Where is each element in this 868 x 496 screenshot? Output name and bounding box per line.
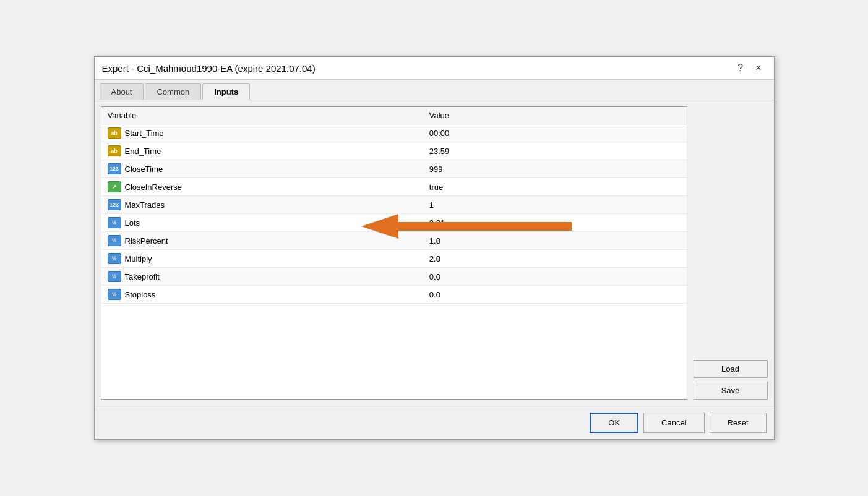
variable-name: Start_Time <box>125 129 164 138</box>
table-row[interactable]: abEnd_Time23:59 <box>101 142 687 160</box>
variable-cell: 123CloseTime <box>101 160 423 178</box>
tab-common[interactable]: Common <box>145 83 201 100</box>
content-area: Variable Value abStart_Time00:00abEnd_Ti… <box>95 100 774 406</box>
variable-cell: ½Takeprofit <box>101 268 423 286</box>
type-icon-123: 123 <box>108 199 121 210</box>
title-area: Expert - Cci_Mahmoud1990-EA (expire 2021… <box>102 63 316 74</box>
save-button[interactable]: Save <box>694 382 768 400</box>
variable-cell: ½RiskPercent <box>101 232 423 250</box>
variable-name: End_Time <box>125 147 161 156</box>
type-icon-123: 123 <box>108 163 121 174</box>
variable-name: Stoploss <box>125 290 156 299</box>
variable-cell: ½Stoploss <box>101 286 423 304</box>
type-icon-v2: ½ <box>108 235 121 246</box>
value-cell: 23:59 <box>423 142 687 160</box>
ok-button[interactable]: OK <box>590 413 638 433</box>
variable-name: Lots <box>125 218 140 228</box>
table-row[interactable]: ½Stoploss0.0 <box>101 286 687 304</box>
table-row[interactable]: ½RiskPercent1.0 <box>101 232 687 250</box>
variable-cell: 123MaxTrades <box>101 196 423 214</box>
type-icon-v2: ½ <box>108 271 121 282</box>
value-cell: 0.01 <box>423 214 687 232</box>
help-button[interactable]: ? <box>733 62 748 74</box>
variable-name: MaxTrades <box>125 200 165 210</box>
cancel-button[interactable]: Cancel <box>643 413 704 433</box>
value-cell: 0.0 <box>423 286 687 304</box>
close-button[interactable]: × <box>750 62 766 74</box>
variable-name: RiskPercent <box>125 236 168 246</box>
side-buttons: Load Save <box>694 106 768 400</box>
window-title: Expert - Cci_Mahmoud1990-EA (expire 2021… <box>102 63 316 74</box>
variable-cell: abStart_Time <box>101 124 423 142</box>
table-row[interactable]: 123CloseTime999 <box>101 160 687 178</box>
table-row[interactable]: ↗CloseInReversetrue <box>101 178 687 196</box>
variable-name: CloseInReverse <box>125 182 183 192</box>
value-cell: 2.0 <box>423 250 687 268</box>
type-icon-ab: ab <box>108 145 121 156</box>
variable-cell: ↗CloseInReverse <box>101 178 423 196</box>
value-cell: 999 <box>423 160 687 178</box>
table-row[interactable]: ½Takeprofit0.0 <box>101 268 687 286</box>
type-icon-v2: ½ <box>108 289 121 300</box>
table-scroll[interactable]: Variable Value abStart_Time00:00abEnd_Ti… <box>101 107 687 399</box>
type-icon-v2: ½ <box>108 217 121 228</box>
load-button[interactable]: Load <box>694 360 768 378</box>
table-row[interactable]: ½Lots0.01 <box>101 214 687 232</box>
value-cell: 0.0 <box>423 268 687 286</box>
tab-inputs[interactable]: Inputs <box>202 83 250 100</box>
col-variable-header: Variable <box>101 107 423 124</box>
variable-name: CloseTime <box>125 165 163 174</box>
title-bar: Expert - Cci_Mahmoud1990-EA (expire 2021… <box>95 57 774 80</box>
tab-about[interactable]: About <box>100 83 144 100</box>
variable-cell: ½Lots <box>101 214 423 232</box>
variable-cell: ½Multiply <box>101 250 423 268</box>
value-cell: 1.0 <box>423 232 687 250</box>
value-cell: true <box>423 178 687 196</box>
type-icon-ab: ab <box>108 127 121 139</box>
variable-name: Takeprofit <box>125 272 160 281</box>
variable-cell: abEnd_Time <box>101 142 423 160</box>
table-row[interactable]: 123MaxTrades1 <box>101 196 687 214</box>
type-icon-arrow: ↗ <box>108 181 121 192</box>
expert-dialog: Expert - Cci_Mahmoud1990-EA (expire 2021… <box>94 56 775 440</box>
footer: OK Cancel Reset <box>95 406 774 439</box>
value-cell: 00:00 <box>423 124 687 142</box>
type-icon-v2: ½ <box>108 253 121 264</box>
table-row[interactable]: abStart_Time00:00 <box>101 124 687 142</box>
variable-name: Multiply <box>125 254 152 263</box>
value-cell: 1 <box>423 196 687 214</box>
inputs-table: Variable Value abStart_Time00:00abEnd_Ti… <box>101 107 687 304</box>
title-buttons: ? × <box>733 62 766 74</box>
col-value-header: Value <box>423 107 687 124</box>
tab-bar: About Common Inputs <box>95 80 774 100</box>
inputs-table-wrapper: Variable Value abStart_Time00:00abEnd_Ti… <box>101 106 687 400</box>
table-row[interactable]: ½Multiply2.0 <box>101 250 687 268</box>
reset-button[interactable]: Reset <box>710 413 767 433</box>
